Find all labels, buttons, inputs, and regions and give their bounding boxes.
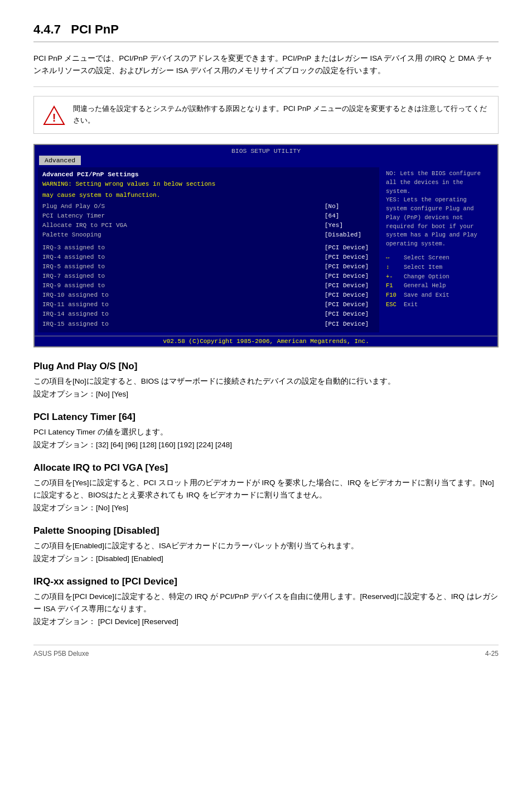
bios-key-desc: Select Screen xyxy=(404,253,449,263)
bios-help-line: operating system. xyxy=(386,240,491,249)
bios-keys: ↔Select Screen↕Select Item+-Change Optio… xyxy=(386,253,491,310)
item-options: 設定オプション：[Disabled] [Enabled] xyxy=(33,553,499,565)
section-title: 4.4.7 PCI PnP xyxy=(33,22,499,42)
bios-setting-row: Plug And Play O/S[No] xyxy=(42,202,375,211)
item-options: 設定オプション：[No] [Yes] xyxy=(33,388,499,400)
item-section-3: Palette Snooping [Disabled]この項目を[Enabled… xyxy=(33,525,499,565)
bios-irq-row: IRQ-15 assigned to[PCI Device] xyxy=(42,320,375,329)
bios-tabs: Advanced xyxy=(35,156,497,165)
bios-help-line: system configure Plug and xyxy=(386,205,491,214)
bios-irq-row: IRQ-4 assigned to[PCI Device] xyxy=(42,253,375,262)
bios-key-symbol: ↔ xyxy=(386,253,402,263)
bios-right-panel: NO: Lets the BIOS configureall the devic… xyxy=(383,167,494,332)
bios-irq-row: IRQ-9 assigned to[PCI Device] xyxy=(42,281,375,291)
item-desc: PCI Latency Timer の値を選択します。 xyxy=(33,426,499,438)
bios-help-line: system has a Plug and Play xyxy=(386,231,491,240)
bios-help-text: NO: Lets the BIOS configureall the devic… xyxy=(386,170,491,249)
bios-key-symbol: F1 xyxy=(386,281,402,291)
bios-help-line: system. xyxy=(386,187,491,196)
item-section-0: Plug And Play O/S [No]この項目を[No]に設定すると、BI… xyxy=(33,361,499,400)
item-heading: IRQ-xx assigned to [PCI Device] xyxy=(33,576,499,587)
bios-left-panel: Advanced PCI/PnP Settings WARNING: Setti… xyxy=(38,167,379,332)
bios-key-row: ↔Select Screen xyxy=(386,253,491,263)
bios-setting-row: Palette Snooping[Disabled] xyxy=(42,230,375,240)
bios-help-line: Play (PnP) devices not xyxy=(386,214,491,223)
bios-section-title: Advanced PCI/PnP Settings xyxy=(42,171,375,178)
bios-screen: BIOS SETUP UTILITY Advanced Advanced PCI… xyxy=(33,144,499,347)
bios-key-desc: General Help xyxy=(404,281,446,291)
item-desc: この項目を[Enabled]に設定すると、ISAビデオカードにカラーパレットが割… xyxy=(33,540,499,552)
bios-settings-rows: Plug And Play O/S[No]PCI Latency Timer[6… xyxy=(42,202,375,240)
intro-paragraph: PCI PnP メニューでは、PCI/PnP デバイスのアドレスを変更できます。… xyxy=(33,52,499,76)
warning-text: 間違った値を設定するとシステムが誤動作する原因となります。PCI PnP メニュ… xyxy=(73,103,489,127)
bios-irq-row: IRQ-7 assigned to[PCI Device] xyxy=(42,272,375,281)
item-desc: この項目を[No]に設定すると、BIOS はマザーボードに接続されたデバイスの設… xyxy=(33,375,499,388)
items-container: Plug And Play O/S [No]この項目を[No]に設定すると、BI… xyxy=(33,361,499,628)
item-desc: この項目を[PCI Device]に設定すると、特定の IRQ が PCI/Pn… xyxy=(33,591,499,615)
bios-help-line: NO: Lets the BIOS configure xyxy=(386,170,491,178)
warning-box: ! 間違った値を設定するとシステムが誤動作する原因となります。PCI PnP メ… xyxy=(33,96,499,134)
bios-irq-row: IRQ-5 assigned to[PCI Device] xyxy=(42,262,375,272)
bios-key-desc: Exit xyxy=(404,300,418,310)
bios-irq-row: IRQ-11 assigned to[PCI Device] xyxy=(42,300,375,310)
item-section-1: PCI Latency Timer [64]PCI Latency Timer … xyxy=(33,412,499,451)
bios-key-row: ↕Select Item xyxy=(386,263,491,272)
footer-right: 4-25 xyxy=(485,650,499,658)
bios-irq-row: IRQ-10 assigned to[PCI Device] xyxy=(42,291,375,300)
bios-help-line: required for boot if your xyxy=(386,223,491,231)
item-heading: Palette Snooping [Disabled] xyxy=(33,525,499,537)
bios-help-line: YES: Lets the operating xyxy=(386,196,491,205)
bios-key-symbol: F10 xyxy=(386,291,402,300)
item-section-4: IRQ-xx assigned to [PCI Device]この項目を[PCI… xyxy=(33,576,499,628)
item-heading: Plug And Play O/S [No] xyxy=(33,361,499,372)
bios-irq-rows: IRQ-3 assigned to[PCI Device]IRQ-4 assig… xyxy=(42,243,375,328)
item-section-2: Allocate IRQ to PCI VGA [Yes]この項目を[Yes]に… xyxy=(33,462,499,514)
bios-key-desc: Save and Exit xyxy=(404,291,449,300)
bios-setting-row: Allocate IRQ to PCI VGA[Yes] xyxy=(42,221,375,230)
bios-key-row: F1General Help xyxy=(386,281,491,291)
bios-title: BIOS SETUP UTILITY xyxy=(35,145,497,156)
item-heading: PCI Latency Timer [64] xyxy=(33,412,499,423)
item-desc: この項目を[Yes]に設定すると、PCI スロット用のビデオカードが IRQ を… xyxy=(33,477,499,501)
svg-text:!: ! xyxy=(52,112,56,124)
warning-icon: ! xyxy=(43,104,65,127)
bios-key-row: ESCExit xyxy=(386,300,491,310)
bios-key-symbol: ESC xyxy=(386,300,402,310)
bios-key-symbol: +- xyxy=(386,272,402,282)
page-footer: ASUS P5B Deluxe 4-25 xyxy=(33,645,499,658)
bios-tab-advanced[interactable]: Advanced xyxy=(39,156,81,165)
item-options: 設定オプション：[No] [Yes] xyxy=(33,502,499,514)
bios-key-desc: Change Option xyxy=(404,272,449,282)
bios-key-row: +-Change Option xyxy=(386,272,491,282)
bios-warning-line1: WARNING: Setting wrong values in below s… xyxy=(42,180,375,189)
item-options: 設定オプション： [PCI Device] [Reserved] xyxy=(33,616,499,628)
item-heading: Allocate IRQ to PCI VGA [Yes] xyxy=(33,462,499,474)
item-options: 設定オプション：[32] [64] [96] [128] [160] [192]… xyxy=(33,439,499,451)
footer-left: ASUS P5B Deluxe xyxy=(33,650,89,658)
bios-irq-row: IRQ-14 assigned to[PCI Device] xyxy=(42,310,375,319)
bios-setting-row: PCI Latency Timer[64] xyxy=(42,211,375,221)
bios-key-desc: Select Item xyxy=(404,263,442,272)
bios-body: Advanced PCI/PnP Settings WARNING: Setti… xyxy=(35,165,497,335)
bios-irq-row: IRQ-3 assigned to[PCI Device] xyxy=(42,243,375,253)
bios-key-symbol: ↕ xyxy=(386,263,402,272)
bios-key-row: F10Save and Exit xyxy=(386,291,491,300)
bios-footer: v02.58 (C)Copyright 1985-2006, American … xyxy=(35,336,497,346)
bios-warning-line2: may cause system to malfunction. xyxy=(42,191,375,200)
bios-help-line: all the devices in the xyxy=(386,178,491,187)
